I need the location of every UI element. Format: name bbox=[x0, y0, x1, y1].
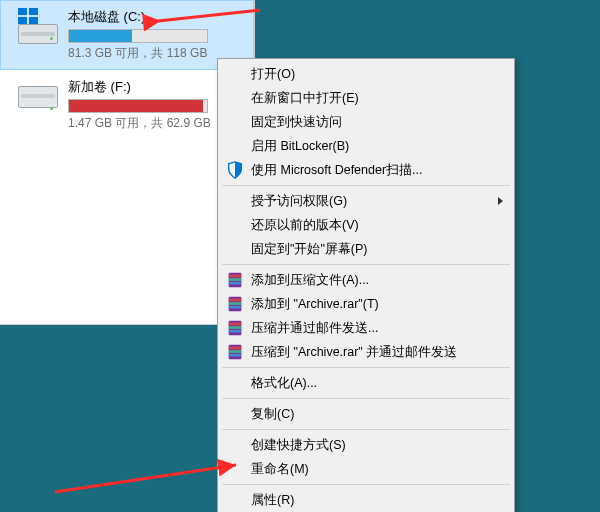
svg-rect-1 bbox=[229, 275, 242, 278]
menu-grant-access[interactable]: 授予访问权限(G) bbox=[221, 189, 511, 213]
svg-rect-15 bbox=[229, 354, 242, 357]
archive-icon bbox=[225, 318, 245, 338]
menu-open-new[interactable]: 在新窗口中打开(E) bbox=[221, 86, 511, 110]
os-drive-icon bbox=[18, 8, 58, 44]
menu-add-archive[interactable]: 添加到压缩文件(A)... bbox=[221, 268, 511, 292]
usage-bar bbox=[68, 29, 208, 43]
svg-rect-7 bbox=[229, 306, 242, 309]
menu-separator bbox=[222, 429, 510, 430]
menu-separator bbox=[222, 185, 510, 186]
svg-rect-9 bbox=[229, 323, 242, 326]
svg-rect-6 bbox=[229, 302, 242, 305]
menu-separator bbox=[222, 264, 510, 265]
menu-create-shortcut[interactable]: 创建快捷方式(S) bbox=[221, 433, 511, 457]
drive-icon bbox=[18, 78, 58, 114]
svg-line-17 bbox=[55, 465, 236, 492]
archive-icon bbox=[225, 270, 245, 290]
menu-open[interactable]: 打开(O) bbox=[221, 62, 511, 86]
menu-format[interactable]: 格式化(A)... bbox=[221, 371, 511, 395]
context-menu: 打开(O) 在新窗口中打开(E) 固定到快速访问 启用 BitLocker(B)… bbox=[217, 58, 515, 512]
archive-icon bbox=[225, 294, 245, 314]
menu-add-archive-name[interactable]: 添加到 "Archive.rar"(T) bbox=[221, 292, 511, 316]
menu-separator bbox=[222, 398, 510, 399]
svg-rect-14 bbox=[229, 350, 242, 353]
svg-rect-10 bbox=[229, 326, 242, 329]
menu-rename[interactable]: 重命名(M) bbox=[221, 457, 511, 481]
svg-rect-13 bbox=[229, 347, 242, 350]
menu-compress-name-email[interactable]: 压缩到 "Archive.rar" 并通过邮件发送 bbox=[221, 340, 511, 364]
svg-rect-2 bbox=[229, 278, 242, 281]
menu-pin-quick[interactable]: 固定到快速访问 bbox=[221, 110, 511, 134]
svg-rect-11 bbox=[229, 330, 242, 333]
drive-f[interactable]: 新加卷 (F:) 1.47 GB 可用，共 62.9 GB bbox=[0, 70, 254, 140]
archive-icon bbox=[225, 342, 245, 362]
menu-separator bbox=[222, 367, 510, 368]
menu-restore-prev[interactable]: 还原以前的版本(V) bbox=[221, 213, 511, 237]
svg-rect-3 bbox=[229, 282, 242, 285]
menu-compress-email[interactable]: 压缩并通过邮件发送... bbox=[221, 316, 511, 340]
menu-bitlocker[interactable]: 启用 BitLocker(B) bbox=[221, 134, 511, 158]
menu-defender-scan[interactable]: 使用 Microsoft Defender扫描... bbox=[221, 158, 511, 182]
shield-icon bbox=[225, 160, 245, 180]
menu-pin-start[interactable]: 固定到"开始"屏幕(P) bbox=[221, 237, 511, 261]
drive-name: 本地磁盘 (C:) bbox=[68, 8, 244, 29]
chevron-right-icon bbox=[498, 197, 503, 205]
usage-bar bbox=[68, 99, 208, 113]
menu-separator bbox=[222, 484, 510, 485]
svg-rect-5 bbox=[229, 299, 242, 302]
drive-c[interactable]: 本地磁盘 (C:) 81.3 GB 可用，共 118 GB bbox=[0, 0, 254, 70]
menu-properties[interactable]: 属性(R) bbox=[221, 488, 511, 512]
menu-copy[interactable]: 复制(C) bbox=[221, 402, 511, 426]
